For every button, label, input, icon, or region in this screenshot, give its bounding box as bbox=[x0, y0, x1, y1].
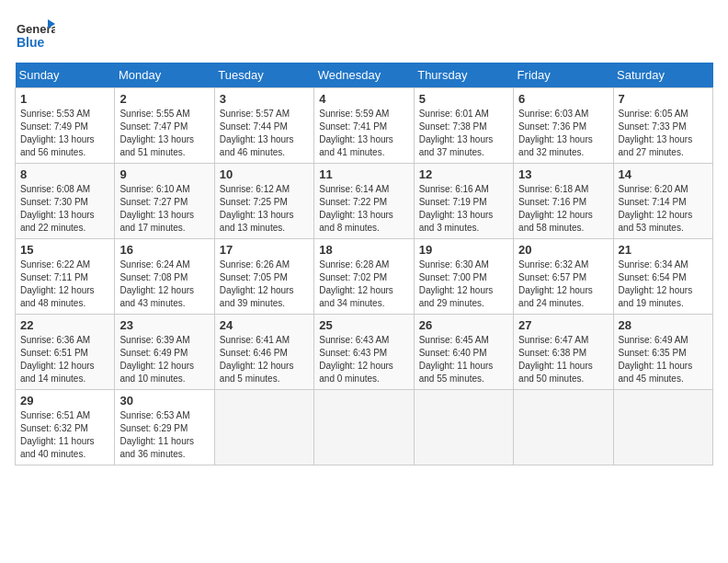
logo: General Blue bbox=[15, 15, 55, 55]
day-number: 10 bbox=[220, 167, 309, 181]
day-info: Sunrise: 6:30 AM Sunset: 7:00 PM Dayligh… bbox=[419, 259, 508, 310]
day-info: Sunrise: 6:12 AM Sunset: 7:25 PM Dayligh… bbox=[220, 183, 309, 235]
day-info: Sunrise: 5:53 AM Sunset: 7:49 PM Dayligh… bbox=[20, 108, 109, 159]
day-number: 15 bbox=[20, 243, 109, 257]
day-info: Sunrise: 6:36 AM Sunset: 6:51 PM Dayligh… bbox=[20, 334, 109, 385]
calendar-day: 11Sunrise: 6:14 AM Sunset: 7:22 PM Dayli… bbox=[314, 164, 414, 239]
header-sunday: Sunday bbox=[16, 63, 115, 88]
calendar-day: 18Sunrise: 6:28 AM Sunset: 7:02 PM Dayli… bbox=[314, 239, 414, 315]
day-number: 25 bbox=[319, 318, 408, 332]
calendar-day: 29Sunrise: 6:51 AM Sunset: 6:32 PM Dayli… bbox=[16, 390, 115, 465]
day-info: Sunrise: 6:34 AM Sunset: 6:54 PM Dayligh… bbox=[619, 259, 708, 310]
calendar-day: 5Sunrise: 6:01 AM Sunset: 7:38 PM Daylig… bbox=[414, 88, 513, 164]
day-info: Sunrise: 6:22 AM Sunset: 7:11 PM Dayligh… bbox=[20, 259, 109, 310]
day-number: 6 bbox=[518, 92, 608, 106]
day-number: 26 bbox=[419, 318, 508, 332]
day-info: Sunrise: 6:20 AM Sunset: 7:14 PM Dayligh… bbox=[619, 183, 708, 235]
header-monday: Monday bbox=[115, 63, 214, 88]
calendar-week-row: 29Sunrise: 6:51 AM Sunset: 6:32 PM Dayli… bbox=[16, 390, 713, 465]
calendar-day: 20Sunrise: 6:32 AM Sunset: 6:57 PM Dayli… bbox=[514, 239, 613, 315]
calendar-day: 14Sunrise: 6:20 AM Sunset: 7:14 PM Dayli… bbox=[613, 164, 712, 239]
day-number: 19 bbox=[419, 243, 508, 257]
calendar-day bbox=[613, 390, 712, 465]
day-info: Sunrise: 6:41 AM Sunset: 6:46 PM Dayligh… bbox=[220, 334, 309, 385]
calendar-day: 22Sunrise: 6:36 AM Sunset: 6:51 PM Dayli… bbox=[16, 315, 115, 390]
day-number: 1 bbox=[20, 92, 109, 106]
header-thursday: Thursday bbox=[414, 63, 513, 88]
header-saturday: Saturday bbox=[613, 63, 712, 88]
day-number: 16 bbox=[119, 243, 209, 257]
day-info: Sunrise: 5:57 AM Sunset: 7:44 PM Dayligh… bbox=[220, 108, 309, 159]
day-number: 8 bbox=[20, 167, 109, 181]
day-info: Sunrise: 5:59 AM Sunset: 7:41 PM Dayligh… bbox=[319, 108, 408, 159]
day-info: Sunrise: 6:43 AM Sunset: 6:43 PM Dayligh… bbox=[319, 334, 408, 385]
day-number: 3 bbox=[220, 92, 309, 106]
calendar-table: SundayMondayTuesdayWednesdayThursdayFrid… bbox=[15, 63, 713, 465]
day-number: 23 bbox=[119, 318, 209, 332]
day-info: Sunrise: 6:18 AM Sunset: 7:16 PM Dayligh… bbox=[518, 183, 608, 235]
calendar-day bbox=[314, 390, 414, 465]
day-number: 11 bbox=[319, 167, 408, 181]
logo-icon: General Blue bbox=[15, 15, 55, 55]
day-number: 14 bbox=[619, 167, 708, 181]
calendar-day bbox=[414, 390, 513, 465]
calendar-header-row: SundayMondayTuesdayWednesdayThursdayFrid… bbox=[16, 63, 713, 88]
calendar-day: 16Sunrise: 6:24 AM Sunset: 7:08 PM Dayli… bbox=[115, 239, 214, 315]
day-info: Sunrise: 6:32 AM Sunset: 6:57 PM Dayligh… bbox=[518, 259, 608, 310]
calendar-week-row: 22Sunrise: 6:36 AM Sunset: 6:51 PM Dayli… bbox=[16, 315, 713, 390]
day-number: 5 bbox=[419, 92, 508, 106]
day-number: 21 bbox=[619, 243, 708, 257]
header-wednesday: Wednesday bbox=[314, 63, 414, 88]
calendar-day: 19Sunrise: 6:30 AM Sunset: 7:00 PM Dayli… bbox=[414, 239, 513, 315]
day-info: Sunrise: 6:10 AM Sunset: 7:27 PM Dayligh… bbox=[119, 183, 209, 235]
calendar-day: 4Sunrise: 5:59 AM Sunset: 7:41 PM Daylig… bbox=[314, 88, 414, 164]
calendar-day: 7Sunrise: 6:05 AM Sunset: 7:33 PM Daylig… bbox=[613, 88, 712, 164]
day-number: 17 bbox=[220, 243, 309, 257]
day-info: Sunrise: 6:14 AM Sunset: 7:22 PM Dayligh… bbox=[319, 183, 408, 235]
calendar-day: 3Sunrise: 5:57 AM Sunset: 7:44 PM Daylig… bbox=[214, 88, 313, 164]
day-number: 22 bbox=[20, 318, 109, 332]
calendar-day: 2Sunrise: 5:55 AM Sunset: 7:47 PM Daylig… bbox=[115, 88, 214, 164]
day-number: 27 bbox=[518, 318, 608, 332]
page-header: General Blue bbox=[15, 15, 713, 55]
day-info: Sunrise: 6:47 AM Sunset: 6:38 PM Dayligh… bbox=[518, 334, 608, 385]
calendar-day: 8Sunrise: 6:08 AM Sunset: 7:30 PM Daylig… bbox=[16, 164, 115, 239]
calendar-day: 10Sunrise: 6:12 AM Sunset: 7:25 PM Dayli… bbox=[214, 164, 313, 239]
day-info: Sunrise: 6:01 AM Sunset: 7:38 PM Dayligh… bbox=[419, 108, 508, 159]
day-info: Sunrise: 6:16 AM Sunset: 7:19 PM Dayligh… bbox=[419, 183, 508, 235]
calendar-week-row: 8Sunrise: 6:08 AM Sunset: 7:30 PM Daylig… bbox=[16, 164, 713, 239]
calendar-day: 6Sunrise: 6:03 AM Sunset: 7:36 PM Daylig… bbox=[514, 88, 613, 164]
day-info: Sunrise: 6:03 AM Sunset: 7:36 PM Dayligh… bbox=[518, 108, 608, 159]
header-friday: Friday bbox=[514, 63, 613, 88]
day-number: 29 bbox=[20, 394, 109, 408]
calendar-day bbox=[514, 390, 613, 465]
day-info: Sunrise: 6:39 AM Sunset: 6:49 PM Dayligh… bbox=[119, 334, 209, 385]
day-number: 12 bbox=[419, 167, 508, 181]
header-tuesday: Tuesday bbox=[214, 63, 313, 88]
svg-text:Blue: Blue bbox=[17, 35, 45, 50]
day-info: Sunrise: 5:55 AM Sunset: 7:47 PM Dayligh… bbox=[119, 108, 209, 159]
day-info: Sunrise: 6:53 AM Sunset: 6:29 PM Dayligh… bbox=[119, 409, 209, 461]
calendar-day: 17Sunrise: 6:26 AM Sunset: 7:05 PM Dayli… bbox=[214, 239, 313, 315]
calendar-day: 12Sunrise: 6:16 AM Sunset: 7:19 PM Dayli… bbox=[414, 164, 513, 239]
day-number: 24 bbox=[220, 318, 309, 332]
day-info: Sunrise: 6:24 AM Sunset: 7:08 PM Dayligh… bbox=[119, 259, 209, 310]
day-number: 9 bbox=[119, 167, 209, 181]
calendar-day: 9Sunrise: 6:10 AM Sunset: 7:27 PM Daylig… bbox=[115, 164, 214, 239]
calendar-day: 27Sunrise: 6:47 AM Sunset: 6:38 PM Dayli… bbox=[514, 315, 613, 390]
day-number: 20 bbox=[518, 243, 608, 257]
calendar-week-row: 1Sunrise: 5:53 AM Sunset: 7:49 PM Daylig… bbox=[16, 88, 713, 164]
calendar-day: 1Sunrise: 5:53 AM Sunset: 7:49 PM Daylig… bbox=[16, 88, 115, 164]
day-number: 7 bbox=[619, 92, 708, 106]
day-info: Sunrise: 6:26 AM Sunset: 7:05 PM Dayligh… bbox=[220, 259, 309, 310]
day-info: Sunrise: 6:28 AM Sunset: 7:02 PM Dayligh… bbox=[319, 259, 408, 310]
calendar-day: 23Sunrise: 6:39 AM Sunset: 6:49 PM Dayli… bbox=[115, 315, 214, 390]
calendar-day: 13Sunrise: 6:18 AM Sunset: 7:16 PM Dayli… bbox=[514, 164, 613, 239]
day-info: Sunrise: 6:49 AM Sunset: 6:35 PM Dayligh… bbox=[619, 334, 708, 385]
calendar-day: 28Sunrise: 6:49 AM Sunset: 6:35 PM Dayli… bbox=[613, 315, 712, 390]
calendar-day: 25Sunrise: 6:43 AM Sunset: 6:43 PM Dayli… bbox=[314, 315, 414, 390]
calendar-day: 30Sunrise: 6:53 AM Sunset: 6:29 PM Dayli… bbox=[115, 390, 214, 465]
calendar-day: 24Sunrise: 6:41 AM Sunset: 6:46 PM Dayli… bbox=[214, 315, 313, 390]
calendar-week-row: 15Sunrise: 6:22 AM Sunset: 7:11 PM Dayli… bbox=[16, 239, 713, 315]
calendar-day: 21Sunrise: 6:34 AM Sunset: 6:54 PM Dayli… bbox=[613, 239, 712, 315]
